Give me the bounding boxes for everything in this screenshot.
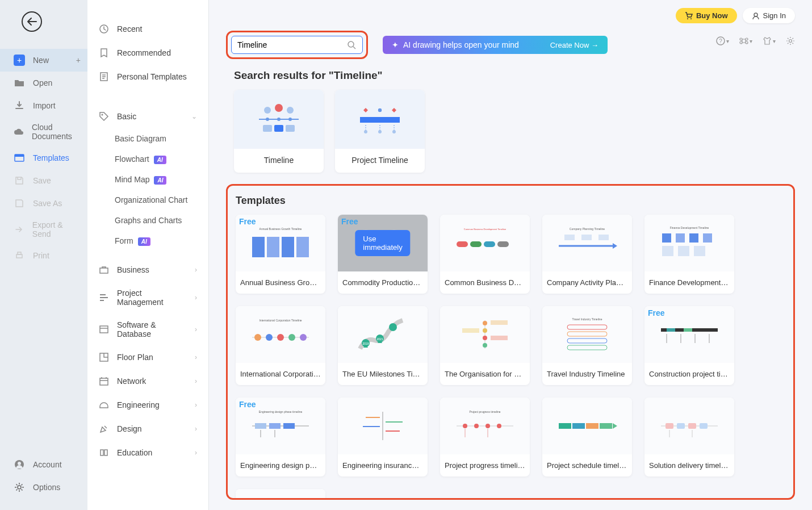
svg-point-37	[378, 130, 382, 133]
free-badge: Free	[239, 217, 256, 226]
template-thumbnail: Common Business Development Timeline	[440, 215, 530, 271]
back-button[interactable]	[22, 11, 42, 32]
buy-now-button[interactable]: Buy Now	[676, 8, 737, 23]
template-card[interactable]: Project progress timelineProject progres…	[440, 398, 530, 476]
svg-rect-32	[360, 117, 400, 123]
label: Project Management	[117, 289, 187, 307]
template-card[interactable]: Travel Industry TimelineTravel Industry …	[542, 306, 632, 385]
nav-print: Print	[0, 244, 87, 267]
svg-rect-90	[567, 332, 607, 336]
result-card-project-timeline[interactable]: Project Timeline	[335, 90, 425, 173]
template-card[interactable]: 20192021The EU Milestones Timeline	[338, 306, 428, 385]
use-immediately-button[interactable]: Use immediately	[355, 230, 410, 256]
template-thumbnail: FreeUse immediately	[338, 215, 428, 271]
svg-point-82	[483, 328, 487, 333]
template-label: Annual Business Growth …	[236, 271, 325, 294]
label: Personal Templates	[117, 72, 187, 81]
nav2-recent[interactable]: Recent	[87, 17, 208, 41]
secondary-sidebar: Recent Recommended Personal Templates Ba…	[87, 0, 209, 510]
svg-point-15	[690, 18, 692, 19]
svg-text:Travel Industry Timeline: Travel Industry Timeline	[572, 317, 602, 321]
svg-point-114	[463, 424, 467, 428]
category-business[interactable]: Business›	[87, 258, 208, 282]
template-label: Finance Development Tim…	[644, 271, 734, 294]
templates-heading: Templates	[236, 195, 785, 207]
category-software-database[interactable]: Software & Database›	[87, 313, 208, 345]
create-now-link[interactable]: Create Now →	[550, 41, 598, 49]
sub-basic-diagram[interactable]: Basic Diagram	[87, 128, 208, 149]
nav-account[interactable]: Account	[0, 453, 87, 476]
sign-in-button[interactable]: Sign In	[743, 8, 795, 23]
template-thumbnail: Project progress timeline	[440, 398, 530, 454]
template-card[interactable]: International Corporation TimelineIntern…	[236, 306, 325, 385]
shirt-icon[interactable]: ▾	[763, 36, 776, 45]
template-card[interactable]: Company Planning TimelineCompany Activit…	[542, 215, 632, 294]
sub-org-chart[interactable]: Organizational Chart	[87, 190, 208, 210]
nav-export-send: Export & Send	[0, 215, 87, 244]
nav-cloud-documents[interactable]: Cloud Documents	[0, 117, 87, 147]
nav-options[interactable]: Options	[0, 476, 87, 499]
template-card[interactable]: Engineering insurance eff…	[338, 398, 428, 476]
svg-rect-66	[678, 246, 689, 256]
template-card[interactable]: FreeUse immediatelyCommodity Production …	[338, 215, 428, 294]
category-network[interactable]: Network›	[87, 369, 208, 393]
template-thumbnail: 20192021	[338, 306, 428, 363]
sub-flowchart[interactable]: FlowchartAI	[87, 149, 208, 169]
svg-rect-3	[18, 252, 21, 254]
nav2-personal-templates[interactable]: Personal Templates	[87, 65, 208, 89]
command-icon[interactable]: ▾	[739, 36, 752, 45]
template-card[interactable]: The Organisation for Euro…	[440, 306, 530, 385]
sub-mind-map[interactable]: Mind MapAI	[87, 169, 208, 190]
svg-rect-95	[684, 328, 692, 332]
label: Recent	[117, 24, 142, 34]
category-project-management[interactable]: Project Management›	[87, 282, 208, 313]
svg-rect-63	[689, 233, 698, 243]
category-floor-plan[interactable]: Floor Plan›	[87, 345, 208, 369]
template-label: Engineering insurance eff…	[338, 454, 428, 476]
nav-templates[interactable]: Templates	[0, 147, 87, 169]
label: Buy Now	[696, 11, 728, 20]
search-input[interactable]	[237, 40, 346, 49]
template-thumbnail: Free	[644, 306, 734, 363]
category-basic[interactable]: Basic ⌄	[87, 104, 208, 128]
template-card[interactable]: FreeConstruction project timeline	[644, 306, 734, 385]
nav-label: Account	[33, 460, 62, 469]
search-icon[interactable]	[346, 40, 357, 50]
svg-text:2021: 2021	[376, 337, 383, 341]
category-design[interactable]: Design›	[87, 417, 208, 441]
nav-new[interactable]: + New +	[0, 49, 87, 72]
result-card-timeline[interactable]: Timeline	[234, 90, 324, 173]
nav2-recommended[interactable]: Recommended	[87, 41, 208, 65]
nav-open[interactable]: Open	[0, 72, 87, 94]
gear-icon	[14, 482, 25, 493]
sub-graphs-charts[interactable]: Graphs and Charts	[87, 210, 208, 231]
nav-import[interactable]: Import	[0, 94, 87, 117]
label: Education	[117, 448, 152, 457]
template-card[interactable]: Project schedule timeline	[542, 398, 632, 476]
template-card[interactable]: Finance Development TimelineFinance Deve…	[644, 215, 734, 294]
template-card[interactable]: Common Business Development TimelineComm…	[440, 215, 530, 294]
template-card[interactable]: Engineering design phase timelineFreeEng…	[236, 398, 325, 476]
svg-rect-1	[15, 154, 24, 157]
plus-icon[interactable]: +	[76, 56, 81, 65]
free-badge: Free	[648, 308, 665, 317]
sub-form[interactable]: FormAI	[87, 231, 208, 251]
label: Engineering	[117, 400, 160, 409]
chevron-right-icon: ›	[195, 294, 197, 302]
settings-icon[interactable]	[786, 36, 795, 45]
main-content: Buy Now Sign In ✦ AI drawing helps open …	[209, 0, 812, 510]
svg-point-81	[483, 321, 487, 325]
template-card[interactable]: Annual Business Growth TimelineFreeAnnua…	[236, 215, 325, 294]
svg-text:Common Business Development Ti: Common Business Development Timeline	[464, 228, 507, 231]
export-icon	[14, 224, 24, 235]
svg-point-38	[392, 130, 396, 133]
ai-drawing-banner[interactable]: ✦ AI drawing helps open your mind Create…	[383, 36, 608, 54]
category-education[interactable]: Education›	[87, 441, 208, 465]
category-engineering[interactable]: Engineering›	[87, 393, 208, 417]
briefcase-icon	[99, 265, 109, 275]
template-card[interactable]	[236, 489, 325, 500]
help-icon[interactable]: ?▾	[716, 36, 729, 45]
svg-text:International Corporation Time: International Corporation Timeline	[259, 319, 302, 322]
template-card[interactable]: Solution delivery timeline	[644, 398, 734, 476]
search-box[interactable]	[231, 36, 363, 54]
